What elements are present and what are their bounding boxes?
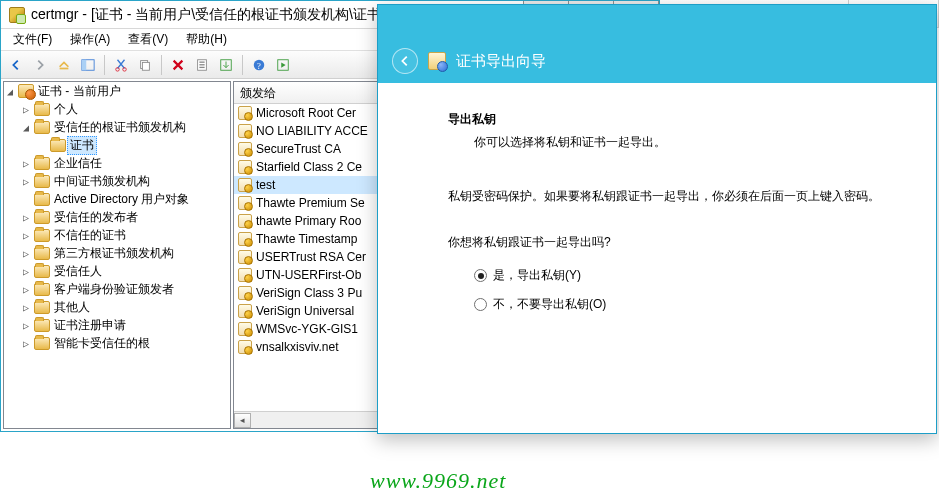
wizard-subtitle: 你可以选择将私钥和证书一起导出。	[474, 134, 886, 151]
tree-item-certificates[interactable]: 证书	[4, 136, 230, 154]
radio-no-label: 不，不要导出私钥(O)	[493, 296, 606, 313]
certificate-icon	[238, 322, 252, 336]
cert-wizard-icon	[428, 52, 446, 70]
tree-root[interactable]: ◢ 证书 - 当前用户	[4, 82, 230, 100]
list-item-label: test	[256, 178, 275, 192]
svg-rect-10	[199, 66, 204, 67]
expand-icon[interactable]: ▷	[20, 247, 32, 259]
properties-button[interactable]	[191, 54, 213, 76]
radio-export-yes[interactable]: 是，导出私钥(Y)	[474, 267, 886, 284]
collapse-icon[interactable]: ◢	[20, 121, 32, 133]
expand-icon[interactable]: ▷	[20, 157, 32, 169]
list-item-label: vnsalkxisviv.net	[256, 340, 338, 354]
tree-item-trusted-publishers[interactable]: ▷ 受信任的发布者	[4, 208, 230, 226]
certificate-icon	[238, 232, 252, 246]
expand-icon[interactable]: ▷	[20, 337, 32, 349]
wizard-title: 证书导出向导	[456, 52, 546, 71]
delete-button[interactable]	[167, 54, 189, 76]
certificate-icon	[238, 160, 252, 174]
radio-icon	[474, 269, 487, 282]
wizard-titlebar-top[interactable]	[378, 5, 936, 39]
cert-export-wizard: 证书导出向导 导出私钥 你可以选择将私钥和证书一起导出。 私钥受密码保护。如果要…	[377, 4, 937, 434]
expand-icon[interactable]: ▷	[20, 319, 32, 331]
menu-help[interactable]: 帮助(H)	[178, 29, 235, 50]
svg-rect-8	[199, 61, 204, 62]
tree-item-client-auth-issuers[interactable]: ▷ 客户端身份验证颁发者	[4, 280, 230, 298]
action-pane-button[interactable]	[272, 54, 294, 76]
menu-view[interactable]: 查看(V)	[120, 29, 176, 50]
cut-button[interactable]	[110, 54, 132, 76]
cert-store-icon	[18, 84, 34, 98]
folder-icon	[34, 283, 50, 296]
app-icon	[9, 7, 25, 23]
show-hide-tree-button[interactable]	[77, 54, 99, 76]
expand-icon[interactable]: ▷	[20, 229, 32, 241]
expand-icon[interactable]: ▷	[20, 211, 32, 223]
radio-export-no[interactable]: 不，不要导出私钥(O)	[474, 296, 886, 313]
expand-placeholder	[36, 139, 48, 151]
expand-icon[interactable]: ▷	[20, 175, 32, 187]
folder-icon	[34, 193, 50, 206]
list-item-label: UTN-USERFirst-Ob	[256, 268, 361, 282]
expand-icon[interactable]: ▷	[20, 301, 32, 313]
cert-tree: ◢ 证书 - 当前用户 ▷ 个人 ◢ 受信任的根证书颁发机构	[4, 82, 230, 352]
tree-item-untrusted[interactable]: ▷ 不信任的证书	[4, 226, 230, 244]
folder-icon	[34, 157, 50, 170]
radio-icon	[474, 298, 487, 311]
menu-file[interactable]: 文件(F)	[5, 29, 60, 50]
copy-button[interactable]	[134, 54, 156, 76]
certificate-icon	[238, 142, 252, 156]
scroll-left-button[interactable]: ◂	[234, 413, 251, 428]
list-item-label: SecureTrust CA	[256, 142, 341, 156]
wizard-titlebar: 证书导出向导	[378, 39, 936, 83]
certificate-icon	[238, 214, 252, 228]
tree-item-personal[interactable]: ▷ 个人	[4, 100, 230, 118]
wizard-info-text: 私钥受密码保护。如果要将私钥跟证书一起导出，你必须在后面一页上键入密码。	[448, 187, 886, 206]
menu-action[interactable]: 操作(A)	[62, 29, 118, 50]
watermark: www.9969.net	[370, 468, 506, 494]
svg-rect-2	[82, 59, 86, 70]
folder-icon	[34, 229, 50, 242]
certificate-icon	[238, 106, 252, 120]
list-item-label: Thawte Timestamp	[256, 232, 357, 246]
list-item-label: Thawte Premium Se	[256, 196, 365, 210]
help-button[interactable]: ?	[248, 54, 270, 76]
svg-rect-0	[60, 67, 69, 69]
certificate-icon	[238, 340, 252, 354]
expand-placeholder	[20, 193, 32, 205]
tree-item-third-party-root[interactable]: ▷ 第三方根证书颁发机构	[4, 244, 230, 262]
tree-item-intermediate[interactable]: ▷ 中间证书颁发机构	[4, 172, 230, 190]
tree-item-smartcard-root[interactable]: ▷ 智能卡受信任的根	[4, 334, 230, 352]
folder-icon	[50, 139, 66, 152]
tree-item-cert-enrollment[interactable]: ▷ 证书注册申请	[4, 316, 230, 334]
toolbar-separator	[161, 55, 162, 75]
tree-item-trusted-people[interactable]: ▷ 受信任人	[4, 262, 230, 280]
folder-icon	[34, 247, 50, 260]
expand-icon[interactable]: ▷	[20, 283, 32, 295]
toolbar-separator	[104, 55, 105, 75]
list-item-label: Microsoft Root Cer	[256, 106, 356, 120]
expand-icon[interactable]: ▷	[20, 103, 32, 115]
certificate-icon	[238, 196, 252, 210]
export-list-button[interactable]	[215, 54, 237, 76]
folder-icon	[34, 265, 50, 278]
tree-item-enterprise[interactable]: ▷ 企业信任	[4, 154, 230, 172]
tree-item-ad-user-object[interactable]: Active Directory 用户对象	[4, 190, 230, 208]
wizard-section-heading: 导出私钥	[448, 111, 886, 128]
tree-item-other-people[interactable]: ▷ 其他人	[4, 298, 230, 316]
expand-icon[interactable]: ▷	[20, 265, 32, 277]
wizard-back-button[interactable]	[392, 48, 418, 74]
tree-pane[interactable]: ◢ 证书 - 当前用户 ▷ 个人 ◢ 受信任的根证书颁发机构	[3, 81, 231, 429]
up-button[interactable]	[53, 54, 75, 76]
collapse-icon[interactable]: ◢	[4, 85, 16, 97]
certificate-icon	[238, 124, 252, 138]
back-button[interactable]	[5, 54, 27, 76]
folder-icon	[34, 337, 50, 350]
folder-icon	[34, 319, 50, 332]
list-item-label: VeriSign Universal	[256, 304, 354, 318]
tree-item-trusted-root[interactable]: ◢ 受信任的根证书颁发机构	[4, 118, 230, 136]
forward-button[interactable]	[29, 54, 51, 76]
tree-root-label: 证书 - 当前用户	[38, 83, 121, 100]
folder-icon	[34, 301, 50, 314]
list-item-label: WMSvc-YGK-GIS1	[256, 322, 358, 336]
